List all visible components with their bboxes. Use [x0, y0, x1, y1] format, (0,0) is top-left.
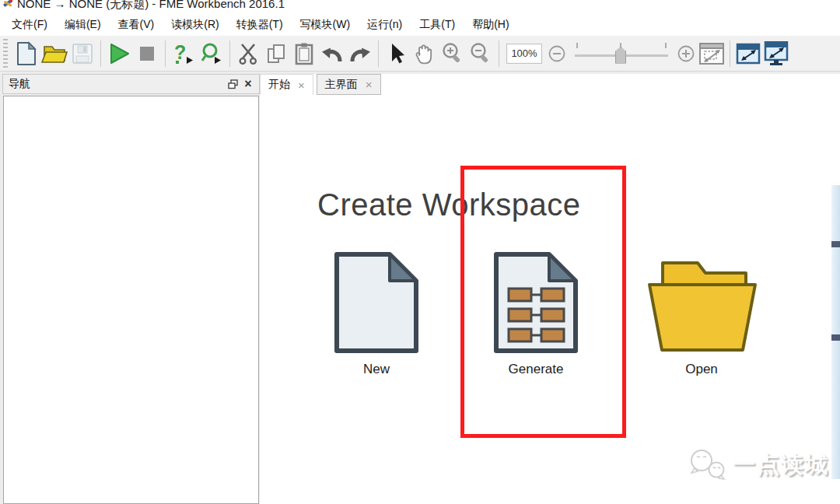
- tab-start[interactable]: 开始 ×: [260, 74, 313, 95]
- toolbar-separator: [165, 40, 166, 67]
- zoom-decrease-button[interactable]: [545, 39, 569, 68]
- copy-icon: [264, 42, 288, 65]
- select-tool-button[interactable]: [383, 39, 411, 68]
- artifact-speck: [831, 334, 840, 341]
- chat-bubbles-icon: [688, 447, 728, 483]
- tab-close-icon[interactable]: ×: [298, 79, 305, 91]
- menu-bar: 文件(F) 编辑(E) 查看(V) 读模块(R) 转换器(T) 写模块(W) 运…: [0, 14, 840, 36]
- option-open-workspace[interactable]: Open: [643, 249, 760, 377]
- toolbar-separator: [499, 40, 499, 67]
- toolbar-grip[interactable]: [2, 39, 9, 68]
- select-cursor-icon: [385, 42, 408, 65]
- menu-item-file[interactable]: 文件(F): [3, 16, 56, 34]
- navigation-tree[interactable]: [3, 96, 259, 504]
- option-new-workspace[interactable]: New: [333, 250, 420, 377]
- toolbar-separator: [378, 40, 379, 67]
- zoom-in-tool-button[interactable]: [439, 39, 467, 68]
- pan-tool-button[interactable]: [411, 39, 439, 68]
- expand-window-button[interactable]: [734, 39, 762, 68]
- zoom-level-value: 100%: [511, 47, 537, 59]
- slider-handle[interactable]: [615, 47, 626, 64]
- cut-button[interactable]: [234, 39, 262, 68]
- fme-workbench-window: NONE → NONE (无标题) - FME Workbench 2016.1…: [0, 0, 840, 504]
- save-button[interactable]: [68, 39, 96, 68]
- expand-display-button[interactable]: [762, 39, 790, 68]
- menu-item-view[interactable]: 查看(V): [110, 16, 163, 34]
- new-document-icon: [333, 250, 420, 355]
- artifact-speck: [831, 241, 840, 247]
- fme-app-icon: [2, 0, 14, 9]
- open-folder-icon: [643, 249, 760, 355]
- zoom-decrease-icon: [548, 44, 566, 63]
- paste-icon: [292, 42, 316, 65]
- toolbar: ?: [0, 36, 840, 72]
- tab-main-interface[interactable]: 主界面 ×: [317, 74, 381, 95]
- zoom-level-display[interactable]: 100%: [506, 44, 542, 64]
- help-icon: ?: [172, 42, 195, 65]
- menu-item-tools[interactable]: 工具(T): [411, 16, 464, 34]
- slider-tick: [665, 43, 667, 48]
- search-icon: [200, 42, 223, 65]
- tab-start-label: 开始: [268, 78, 290, 92]
- zoom-fit-icon: [698, 42, 725, 65]
- navigation-panel-header: 导航 ×: [2, 74, 260, 94]
- save-icon: [72, 43, 93, 65]
- panel-float-button[interactable]: [225, 76, 240, 92]
- zoom-slider[interactable]: [572, 40, 671, 67]
- panel-close-button[interactable]: ×: [240, 76, 256, 92]
- search-button[interactable]: [198, 39, 226, 68]
- open-button[interactable]: [40, 39, 68, 68]
- paste-button[interactable]: [290, 39, 318, 68]
- window-title: NONE → NONE (无标题) - FME Workbench 2016.1: [17, 0, 285, 12]
- expand-window-icon: [736, 43, 761, 65]
- zoom-fit-button[interactable]: [698, 39, 726, 68]
- close-icon: ×: [244, 78, 251, 90]
- tab-close-icon[interactable]: ×: [366, 79, 373, 90]
- zoom-increase-button[interactable]: [674, 39, 698, 68]
- right-edge-artifact: [831, 185, 840, 479]
- zoom-out-tool-button[interactable]: [467, 39, 495, 68]
- toolbar-separator: [730, 40, 730, 67]
- open-folder-icon: [41, 42, 68, 65]
- help-button[interactable]: ?: [170, 39, 198, 68]
- redo-icon: [348, 43, 372, 65]
- menu-item-writers[interactable]: 写模块(W): [292, 16, 359, 34]
- copy-button[interactable]: [262, 39, 290, 68]
- zoom-out-icon: [469, 42, 492, 65]
- option-label: Open: [643, 362, 760, 377]
- new-icon: [16, 41, 37, 66]
- menu-item-edit[interactable]: 编辑(E): [56, 16, 110, 34]
- pan-hand-icon: [413, 42, 436, 65]
- menu-item-readers[interactable]: 读模块(R): [163, 16, 227, 34]
- toolbar-separator: [100, 40, 101, 67]
- redo-button[interactable]: [346, 39, 374, 68]
- tab-main-interface-label: 主界面: [325, 78, 358, 92]
- slider-tick: [576, 43, 578, 48]
- create-workspace-title: Create Workspace: [317, 187, 581, 222]
- undo-button[interactable]: [318, 39, 346, 68]
- new-button[interactable]: [12, 39, 40, 68]
- toolbar-separator: [229, 40, 230, 67]
- svg-text:?: ?: [174, 42, 186, 63]
- stop-icon: [135, 42, 159, 65]
- watermark-text: 一点读城: [733, 450, 829, 481]
- menu-item-run[interactable]: 运行(n): [359, 16, 411, 34]
- title-bar: NONE → NONE (无标题) - FME Workbench 2016.1: [0, 0, 840, 14]
- zoom-in-icon: [441, 42, 464, 65]
- run-icon: [107, 42, 131, 65]
- menu-item-transformers[interactable]: 转换器(T): [228, 16, 292, 34]
- generate-document-icon: [492, 250, 579, 355]
- option-label: Generate: [492, 362, 579, 377]
- cut-icon: [236, 42, 260, 65]
- run-button[interactable]: [105, 39, 133, 68]
- float-icon: [228, 79, 238, 89]
- navigation-panel: 导航 ×: [2, 74, 260, 504]
- menu-item-help[interactable]: 帮助(H): [464, 16, 517, 34]
- option-generate-workspace[interactable]: Generate: [492, 250, 579, 377]
- zoom-increase-icon: [677, 44, 695, 63]
- watermark: 一点读城: [688, 447, 829, 483]
- stop-button[interactable]: [133, 39, 161, 68]
- expand-display-icon: [764, 41, 789, 66]
- tab-bar: 开始 × 主界面 ×: [260, 74, 381, 95]
- option-label: New: [333, 362, 420, 377]
